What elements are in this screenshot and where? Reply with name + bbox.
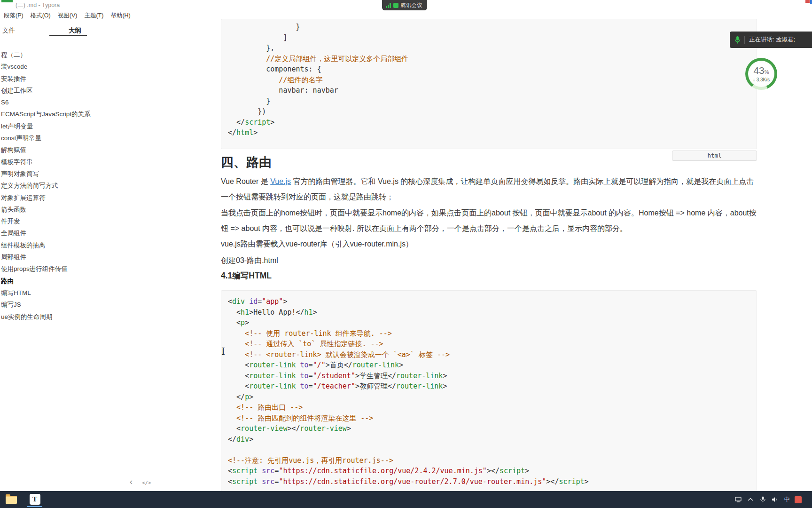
code-language-chip[interactable]: html bbox=[672, 151, 757, 161]
outline-item[interactable]: 组件模板的抽离 bbox=[1, 239, 123, 251]
code-block-html[interactable]: <div id="app"> <h1>Hello App!</h1> <p> <… bbox=[221, 290, 757, 491]
code-line: </html> bbox=[228, 127, 750, 138]
outline-item[interactable]: ue实例的生命周期 bbox=[1, 311, 123, 323]
code-line: //定义局部组件，这里可以定义多个局部组件 bbox=[228, 54, 750, 64]
meeting-app-icon bbox=[393, 3, 398, 8]
code-line: } bbox=[228, 96, 750, 107]
outline-item[interactable]: 声明对象简写 bbox=[1, 168, 123, 180]
code-block-top[interactable]: } ] }, //定义局部组件，这里可以定义多个局部组件 components:… bbox=[221, 19, 757, 149]
outline-item[interactable]: 对象扩展运算符 bbox=[1, 192, 123, 204]
code-line: <script src="https://cdn.staticfile.org/… bbox=[228, 466, 750, 476]
outline-item[interactable]: 创建工作区 bbox=[1, 85, 123, 96]
paragraph-library: vue.js路由需要载入vue-router库（引入vue-router.min… bbox=[221, 236, 757, 252]
window-accent-sliver bbox=[1, 0, 13, 2]
corner-red-fragment bbox=[805, 0, 810, 3]
file-explorer-icon[interactable] bbox=[4, 492, 19, 507]
outline-item[interactable]: 使用props进行组件传值 bbox=[1, 263, 123, 275]
outline-list: 程（二）装vscode安装插件创建工作区S6ECMAScript与JavaScr… bbox=[1, 49, 123, 323]
vuejs-link[interactable]: Vue.js bbox=[270, 177, 291, 185]
outline-item[interactable]: 编写JS bbox=[1, 299, 123, 310]
meeting-pill-label: 腾讯会议 bbox=[401, 2, 422, 9]
menu-item[interactable]: 格式(O) bbox=[31, 12, 51, 20]
code-line: </script> bbox=[228, 117, 750, 128]
paragraph-intro-text-2: 官方的路由管理器。它和 Vue.js 的核心深度集成，让构建单页面应用变得易如反… bbox=[221, 177, 754, 201]
active-tab-underline bbox=[49, 35, 87, 36]
outline-item[interactable]: 装vscode bbox=[1, 61, 123, 72]
corner-blue-fragment bbox=[810, 0, 812, 4]
window-title: (二) .md - Typora bbox=[16, 1, 60, 9]
source-mode-button[interactable]: </> bbox=[142, 480, 151, 486]
code-line: <!-- 路由匹配到的组件将渲染在这里 --> bbox=[228, 413, 750, 424]
signal-strength-icon bbox=[386, 3, 391, 8]
code-line: <!-- 通过传入 `to` 属性指定链接. --> bbox=[228, 339, 750, 349]
code-line: }) bbox=[228, 106, 750, 117]
code-line: navbar: navbar bbox=[228, 85, 750, 96]
chevron-up-icon[interactable] bbox=[746, 491, 755, 508]
tab-files[interactable]: 文件 bbox=[2, 26, 15, 35]
code-line: <router-link to="/">首页</router-link> bbox=[228, 360, 750, 371]
outline-item[interactable]: let声明变量 bbox=[1, 120, 123, 132]
code-block-html-pre: <div id="app"> <h1>Hello App!</h1> <p> <… bbox=[221, 291, 757, 491]
code-line: <router-view></router-view> bbox=[228, 423, 750, 434]
code-line: <!-- <router-link> 默认会被渲染成一个 `<a>` 标签 --… bbox=[228, 349, 750, 360]
outline-item[interactable]: 程（二） bbox=[1, 49, 123, 61]
network-percent-sign: % bbox=[765, 69, 769, 75]
code-line: <!-- 使用 router-link 组件来导航. --> bbox=[228, 328, 750, 339]
outline-item[interactable]: 件开发 bbox=[1, 215, 123, 227]
outline-item[interactable]: 路由 bbox=[1, 275, 123, 287]
outline-item[interactable]: 箭头函数 bbox=[1, 204, 123, 215]
monitor-icon[interactable] bbox=[734, 491, 743, 508]
speaking-indicator-bar[interactable]: 正在讲话: 孟淑君; bbox=[730, 32, 812, 48]
code-line: <!-- 路由出口 --> bbox=[228, 402, 750, 413]
outline-item[interactable]: 定义方法的简写方式 bbox=[1, 180, 123, 191]
outline-item[interactable]: ECMAScript与JavaScript的关系 bbox=[1, 108, 123, 120]
speaker-icon[interactable] bbox=[770, 491, 780, 508]
outline-item[interactable]: 全局组件 bbox=[1, 227, 123, 239]
tab-outline[interactable]: 大纲 bbox=[69, 26, 81, 35]
tencent-meeting-pill[interactable]: 腾讯会议 bbox=[382, 0, 427, 10]
microphone-icon bbox=[734, 36, 741, 44]
section-heading: 四、路由 bbox=[221, 154, 272, 171]
network-usage-ring[interactable]: 43% ↓ 3.3K/s bbox=[745, 58, 777, 90]
code-line: ] bbox=[228, 32, 750, 43]
code-line: <div id="app"> bbox=[228, 296, 750, 307]
code-line: <!--注意: 先引用vue.js，再引用router.js--> bbox=[228, 455, 750, 466]
network-speed: ↓ 3.3K/s bbox=[753, 77, 770, 82]
code-line: <h1>Hello App!</h1> bbox=[228, 307, 750, 318]
outline-item[interactable]: const声明常量 bbox=[1, 132, 123, 144]
taskbar: T 中 bbox=[0, 491, 812, 508]
outline-item[interactable]: 安装插件 bbox=[1, 73, 123, 85]
divider bbox=[744, 36, 745, 44]
paragraph-mapping: 当我点击页面上的home按钮时，页面中就要显示home的内容，如果点击页面上的a… bbox=[221, 205, 757, 236]
menu-item[interactable]: 段落(P) bbox=[4, 12, 23, 20]
paragraph-intro-text: Vue Router 是 bbox=[221, 177, 270, 185]
outline-item[interactable]: 局部组件 bbox=[1, 251, 123, 263]
paragraph-create-file: 创建03-路由.html bbox=[221, 253, 757, 268]
menu-item[interactable]: 视图(V) bbox=[58, 12, 78, 20]
code-line: <router-link to="/teacher">教师管理</router-… bbox=[228, 381, 750, 392]
tray-microphone-icon[interactable] bbox=[758, 491, 767, 508]
text-cursor-ibeam: I bbox=[221, 346, 225, 357]
menu-item[interactable]: 主题(T) bbox=[84, 12, 103, 20]
menubar: 段落(P)格式(O)视图(V)主题(T)帮助(H) bbox=[4, 12, 131, 20]
sidebar-tabs: 文件 大纲 bbox=[0, 26, 126, 38]
code-line: <script src="https://cdn.staticfile.org/… bbox=[228, 476, 750, 487]
network-usage-inner: 43% ↓ 3.3K/s bbox=[748, 61, 774, 87]
code-line: } bbox=[228, 22, 750, 32]
typora-taskbar-icon[interactable]: T bbox=[27, 492, 42, 507]
screen: (二) .md - Typora 段落(P)格式(O)视图(V)主题(T)帮助(… bbox=[0, 0, 812, 508]
outline-item[interactable]: 编写HTML bbox=[1, 287, 123, 299]
outline-item[interactable]: S6 bbox=[1, 96, 123, 108]
speaking-label: 正在讲话: 孟淑君; bbox=[749, 36, 795, 44]
system-tray: 中 bbox=[734, 491, 802, 508]
code-line: </p> bbox=[228, 392, 750, 403]
input-method-indicator[interactable]: 中 bbox=[782, 491, 792, 508]
code-line: <p> bbox=[228, 318, 750, 328]
menu-item[interactable]: 帮助(H) bbox=[110, 12, 130, 20]
tray-red-app-icon[interactable] bbox=[795, 496, 802, 503]
outline-item[interactable]: 解构赋值 bbox=[1, 144, 123, 156]
network-percent-value: 43 bbox=[753, 65, 764, 76]
outline-item[interactable]: 模板字符串 bbox=[1, 156, 123, 168]
sidebar-collapse-button[interactable]: ‹ bbox=[130, 477, 133, 487]
network-percent: 43% bbox=[753, 66, 769, 77]
